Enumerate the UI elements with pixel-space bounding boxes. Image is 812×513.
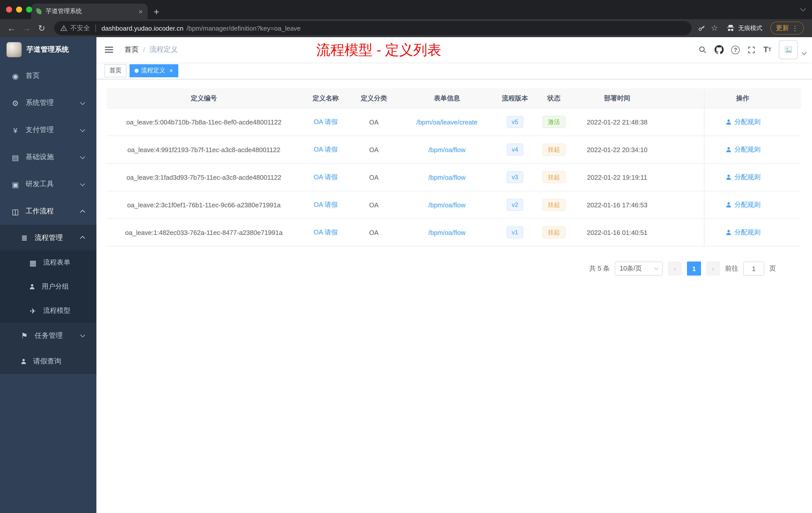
- pagination: 共 5 条 10条/页 ‹ 1 › 前往 页: [96, 262, 776, 276]
- incognito-label: 无痕模式: [738, 24, 762, 32]
- sidebar-item-task-management[interactable]: ⚑ 任务管理: [0, 323, 96, 349]
- incognito-icon: [726, 24, 735, 33]
- logo-avatar: [6, 42, 22, 57]
- status-badge: 挂起: [542, 227, 566, 238]
- dashboard-icon: ◉: [11, 72, 20, 80]
- assign-rule-button[interactable]: 分配规则: [725, 173, 760, 182]
- form-info-link[interactable]: /bpm/oa/leave/create: [398, 109, 496, 135]
- definition-name-link[interactable]: OA 请假: [301, 163, 350, 191]
- assign-rule-button[interactable]: 分配规则: [725, 228, 760, 237]
- cell-definition-id: oa_leave:1:482ec033-762a-11ec-8477-a2380…: [107, 219, 301, 246]
- cell-filler: [660, 219, 704, 246]
- page-number-button[interactable]: 1: [687, 262, 701, 276]
- cell-category: OA: [350, 163, 398, 191]
- tag-home[interactable]: 首页: [105, 64, 126, 77]
- bookmark-star-icon[interactable]: ☆: [711, 24, 718, 32]
- browser-menu-icon[interactable]: ⋮: [791, 25, 799, 32]
- chevron-up-icon: [80, 236, 85, 241]
- help-icon[interactable]: ?: [731, 46, 740, 54]
- table-row: oa_leave:2:3c1f0ef1-76b1-11ec-9c66-a2380…: [107, 191, 801, 219]
- image-placeholder-icon: [784, 46, 792, 54]
- refresh-button[interactable]: ↻: [35, 24, 48, 32]
- browser-tab[interactable]: 芋道管理系统 ×: [31, 3, 148, 19]
- forward-button[interactable]: →: [20, 24, 33, 32]
- definition-name-link[interactable]: OA 请假: [301, 136, 350, 163]
- assign-rule-button[interactable]: 分配规则: [725, 117, 760, 126]
- tag-close-icon[interactable]: ×: [169, 67, 173, 74]
- sidebar-item-process-model[interactable]: ✈ 流程模型: [0, 299, 96, 323]
- sidebar-item-payment[interactable]: ¥ 支付管理: [0, 117, 96, 144]
- sidebar-item-process-form[interactable]: ▦ 流程表单: [0, 250, 96, 275]
- sidebar-item-workflow[interactable]: ◫ 工作流程: [0, 198, 96, 225]
- prev-page-button[interactable]: ‹: [668, 262, 682, 276]
- form-info-link[interactable]: /bpm/oa/flow: [398, 219, 496, 246]
- cell-definition-id: oa_leave:5:004b710b-7b8a-11ec-8ef0-acde4…: [107, 109, 301, 135]
- form-info-link[interactable]: /bpm/oa/flow: [398, 163, 496, 191]
- cell-deploy-time: 2022-01-16 17:46:53: [574, 191, 660, 218]
- form-info-link[interactable]: /bpm/oa/flow: [398, 136, 496, 163]
- password-key-icon[interactable]: [697, 24, 706, 32]
- person-icon: [725, 146, 732, 153]
- select-chevron-down-icon: [654, 266, 659, 270]
- col-filler: [660, 88, 704, 108]
- update-button[interactable]: 更新 ⋮: [770, 22, 804, 35]
- sidebar-item-user-group[interactable]: 用户分组: [0, 275, 96, 299]
- search-icon[interactable]: [698, 45, 707, 54]
- back-button[interactable]: ←: [5, 24, 18, 32]
- page-size-select[interactable]: 10条/页: [615, 262, 663, 276]
- definition-name-link[interactable]: OA 请假: [301, 219, 350, 246]
- col-process-version: 流程版本: [496, 88, 534, 108]
- security-label: 不安全: [70, 24, 90, 33]
- col-operation: 操作: [704, 88, 801, 108]
- font-size-icon[interactable]: TT: [763, 46, 771, 54]
- avatar-caret-down-icon[interactable]: [802, 50, 807, 55]
- tab-close-icon[interactable]: ×: [139, 8, 143, 15]
- sidebar-item-leave-query[interactable]: 请假查询: [0, 349, 96, 374]
- person-icon: [725, 229, 732, 236]
- sidebar-toggle-button[interactable]: [96, 47, 121, 53]
- form-info-link[interactable]: /bpm/oa/flow: [398, 191, 496, 218]
- minimize-window-button[interactable]: [16, 6, 22, 12]
- url-divider: [95, 24, 96, 32]
- avatar[interactable]: [779, 40, 798, 59]
- status-badge: 激活: [542, 116, 566, 128]
- sidebar-item-infrastructure[interactable]: ▤ 基础设施: [0, 144, 96, 171]
- sidebar-item-dev-tools[interactable]: ▣ 研发工具: [0, 171, 96, 198]
- github-icon[interactable]: [715, 45, 724, 54]
- table-row: oa_leave:5:004b710b-7b8a-11ec-8ef0-acde4…: [107, 109, 801, 136]
- sidebar-item-home[interactable]: ◉ 首页: [0, 62, 96, 89]
- zoom-window-button[interactable]: [26, 6, 32, 12]
- sidebar-item-system[interactable]: ⚙ 系统管理: [0, 89, 96, 117]
- fullscreen-icon[interactable]: [747, 46, 756, 54]
- url-path: /bpm/manager/definition?key=oa_leave: [186, 24, 301, 32]
- annotation-text: 流程模型 - 定义列表: [316, 41, 441, 60]
- definition-name-link[interactable]: OA 请假: [301, 191, 350, 218]
- sidebar-item-process-management[interactable]: ≣ 流程管理: [0, 225, 96, 250]
- version-badge: v2: [507, 199, 523, 211]
- person-icon: [20, 358, 27, 365]
- assign-rule-button[interactable]: 分配规则: [725, 145, 760, 154]
- tag-process-definition[interactable]: 流程定义 ×: [129, 64, 178, 77]
- breadcrumb-home[interactable]: 首页: [124, 45, 139, 54]
- definition-name-link[interactable]: OA 请假: [301, 109, 350, 135]
- next-page-button[interactable]: ›: [706, 262, 720, 276]
- person-icon: [725, 118, 732, 125]
- person-icon: [725, 201, 732, 208]
- warning-icon: [60, 25, 67, 32]
- pagination-total: 共 5 条: [589, 264, 610, 273]
- goto-page-input[interactable]: [743, 262, 764, 276]
- browser-toolbar: ← → ↻ 不安全 dashboard.yudao.iocoder.cn/bpm…: [0, 19, 812, 37]
- process-list-icon: ≣: [20, 234, 29, 241]
- breadcrumb: 首页 / 流程定义: [124, 45, 178, 54]
- close-window-button[interactable]: [6, 6, 12, 12]
- sidebar-logo[interactable]: 芋道管理系统: [0, 37, 96, 62]
- tab-search-chevron-icon[interactable]: [800, 6, 806, 11]
- url-bar[interactable]: 不安全 dashboard.yudao.iocoder.cn/bpm/manag…: [54, 21, 691, 35]
- url-host: dashboard.yudao.iocoder.cn: [102, 24, 183, 32]
- assign-rule-button[interactable]: 分配规则: [725, 200, 760, 209]
- yen-icon: ¥: [11, 126, 20, 134]
- col-form-info: 表单信息: [398, 88, 496, 108]
- new-tab-button[interactable]: +: [154, 7, 159, 17]
- breadcrumb-current: 流程定义: [150, 45, 178, 54]
- cell-deploy-time: 2022-01-22 21:48:38: [574, 109, 660, 135]
